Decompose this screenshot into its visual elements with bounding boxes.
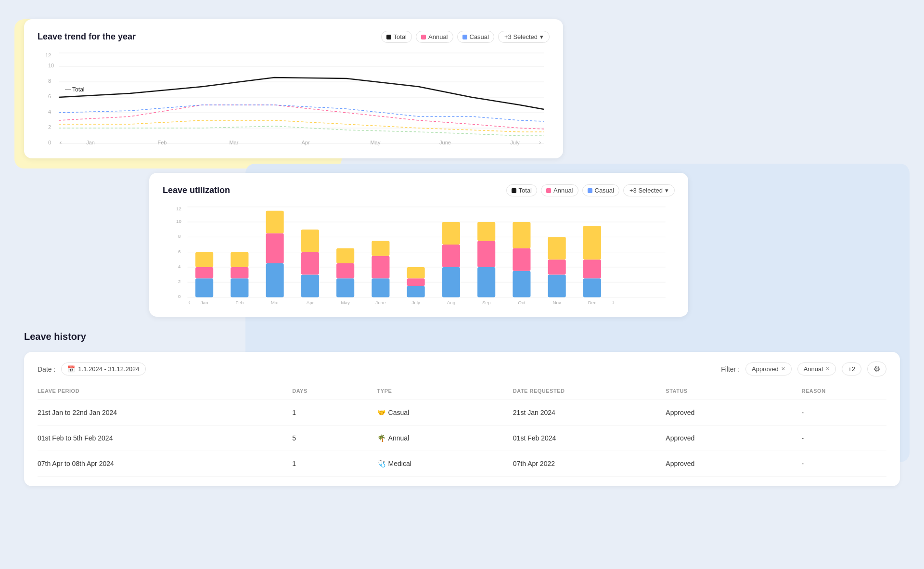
filter-approved-label: Approved [752, 365, 779, 373]
svg-rect-83 [583, 259, 601, 278]
svg-text:Mar: Mar [230, 140, 239, 145]
svg-text:Jan: Jan [201, 300, 208, 305]
row3-reason: - [802, 451, 886, 477]
svg-text:Feb: Feb [235, 300, 244, 305]
svg-text:10: 10 [48, 63, 54, 68]
util-legend-selected-label: +3 Selected [629, 187, 663, 194]
row2-type-cell: 🌴 Annual [377, 434, 513, 442]
util-legend-annual-dot [546, 188, 551, 193]
svg-rect-66 [442, 267, 460, 297]
trend-chart-svg: 0 2 4 6 8 10 12 — Total [38, 51, 550, 147]
row2-days: 5 [292, 426, 377, 451]
filter-text-label: Filter : [721, 365, 740, 373]
svg-rect-76 [513, 222, 530, 248]
svg-text:‹: ‹ [188, 299, 190, 305]
legend-selected-dropdown[interactable]: +3 Selected ▾ [498, 31, 550, 43]
col-header-date: DATE REQUESTED [513, 388, 666, 400]
legend-casual[interactable]: Casual [457, 31, 494, 43]
row3-status: Approved [666, 451, 801, 477]
filter-approved-tag[interactable]: Approved ✕ [745, 362, 792, 375]
leave-trend-header: Leave trend for the year Total Annual Ca… [38, 31, 550, 43]
legend-selected-label: +3 Selected [504, 33, 538, 40]
svg-rect-58 [372, 278, 389, 297]
filter-plus-button[interactable]: +2 [842, 362, 861, 375]
svg-text:June: June [439, 140, 451, 145]
trend-chart: 0 2 4 6 8 10 12 — Total [38, 51, 550, 147]
svg-rect-47 [266, 233, 284, 264]
svg-rect-46 [266, 263, 284, 297]
leave-util-header: Leave utilization Total Annual Casual +3… [163, 184, 675, 196]
table-row: 01st Feb to 5th Feb 2024 5 🌴 Annual 01st… [38, 426, 886, 451]
legend-total[interactable]: Total [381, 31, 412, 43]
date-filter-label: Date : [38, 365, 55, 373]
svg-text:May: May [371, 140, 381, 145]
svg-rect-59 [372, 256, 389, 278]
svg-text:Aug: Aug [447, 300, 455, 305]
row1-type-label: Casual [388, 409, 410, 416]
svg-rect-50 [301, 275, 319, 297]
row2-period: 01st Feb to 5th Feb 2024 [38, 426, 292, 451]
util-legend-casual[interactable]: Casual [582, 184, 619, 196]
svg-text:›: › [539, 139, 541, 146]
leave-util-legend: Total Annual Casual +3 Selected ▾ [506, 184, 675, 196]
table-row: 21st Jan to 22nd Jan 2024 1 🤝 Casual 21s… [38, 400, 886, 426]
svg-text:4: 4 [178, 264, 181, 269]
svg-text:2: 2 [48, 124, 51, 130]
util-legend-total[interactable]: Total [506, 184, 537, 196]
svg-text:Apr: Apr [307, 300, 314, 305]
svg-text:June: June [375, 300, 385, 305]
svg-rect-82 [583, 278, 601, 297]
svg-rect-78 [548, 275, 566, 297]
util-legend-total-label: Total [519, 187, 532, 194]
row1-reason: - [802, 400, 886, 426]
svg-rect-63 [407, 278, 425, 286]
svg-rect-74 [513, 271, 530, 297]
legend-annual-dot [421, 35, 426, 39]
filter-annual-close-icon[interactable]: ✕ [825, 366, 830, 372]
row1-type: 🤝 Casual [377, 400, 513, 426]
svg-text:Dec: Dec [588, 300, 596, 305]
legend-casual-label: Casual [470, 33, 489, 40]
col-header-type: TYPE [377, 388, 513, 400]
row3-type-cell: 🩺 Medical [377, 460, 513, 467]
row3-days: 1 [292, 451, 377, 477]
leave-trend-title: Leave trend for the year [38, 32, 136, 42]
leave-utilization-card: Leave utilization Total Annual Casual +3… [149, 173, 688, 317]
filter-annual-tag[interactable]: Annual ✕ [797, 362, 836, 375]
leave-history-table: LEAVE PERIOD DAYS TYPE DATE REQUESTED ST… [38, 388, 886, 477]
svg-text:2: 2 [178, 279, 180, 284]
row1-type-emoji: 🤝 [377, 409, 385, 416]
row2-reason: - [802, 426, 886, 451]
row1-status: Approved [666, 400, 801, 426]
svg-rect-70 [477, 267, 495, 297]
util-legend-annual[interactable]: Annual [541, 184, 578, 196]
svg-rect-56 [336, 248, 354, 263]
filter-bar: Date : 📅 1.1.2024 - 31.12.2024 Filter : … [38, 362, 886, 376]
util-legend-selected-dropdown[interactable]: +3 Selected ▾ [623, 184, 675, 196]
date-range-picker[interactable]: 📅 1.1.2024 - 31.12.2024 [61, 362, 145, 375]
svg-rect-54 [336, 278, 354, 297]
legend-annual[interactable]: Annual [416, 31, 453, 43]
filter-settings-button[interactable]: ⚙ [867, 362, 886, 376]
util-legend-casual-dot [588, 188, 592, 193]
svg-rect-42 [231, 278, 248, 297]
svg-rect-51 [301, 252, 319, 275]
svg-rect-60 [372, 241, 389, 256]
svg-rect-68 [442, 222, 460, 245]
svg-text:May: May [341, 300, 350, 305]
svg-text:Mar: Mar [271, 300, 280, 305]
legend-casual-dot [462, 35, 467, 39]
row3-type-emoji: 🩺 [377, 460, 385, 467]
svg-rect-38 [195, 278, 213, 297]
svg-rect-44 [231, 252, 248, 267]
row2-date: 01st Feb 2024 [513, 426, 666, 451]
col-header-days: DAYS [292, 388, 377, 400]
util-chart-svg: 0 2 4 6 8 10 12 [163, 204, 675, 305]
table-body: 21st Jan to 22nd Jan 2024 1 🤝 Casual 21s… [38, 400, 886, 477]
filter-approved-close-icon[interactable]: ✕ [781, 366, 785, 372]
leave-history-card: Date : 📅 1.1.2024 - 31.12.2024 Filter : … [24, 352, 900, 486]
svg-text:›: › [612, 299, 614, 305]
svg-text:‹: ‹ [60, 139, 62, 146]
svg-text:Sep: Sep [482, 300, 491, 305]
row1-days: 1 [292, 400, 377, 426]
